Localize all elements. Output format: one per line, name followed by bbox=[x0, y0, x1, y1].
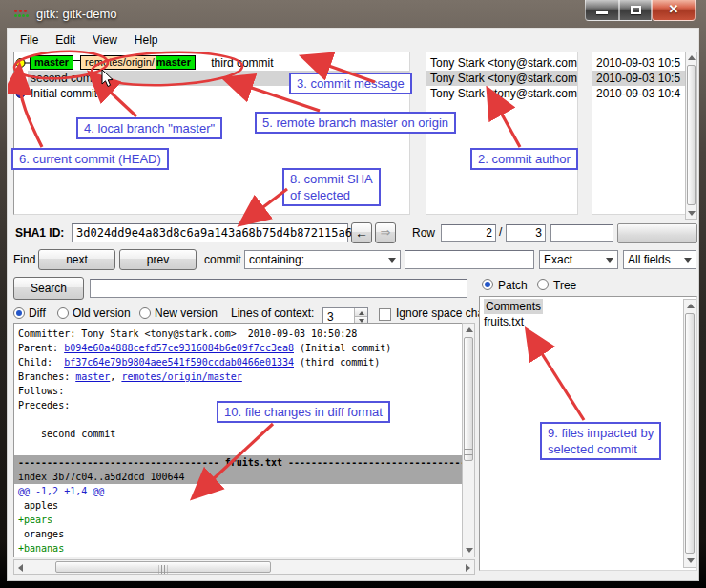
sha1-input[interactable]: 3d024dd9e4a83d8c6a9a143a68b75d4b872115a6 bbox=[72, 223, 348, 242]
history-back-button[interactable]: ← bbox=[351, 222, 372, 243]
commit-date-pane[interactable]: 2010-09-03 10:5 2010-09-03 10:5 2010-09-… bbox=[592, 52, 691, 215]
file-item-label: fruits.txt bbox=[484, 315, 524, 328]
diff-radio-label: Diff bbox=[29, 303, 46, 324]
commit-list-scrollbar[interactable] bbox=[685, 52, 697, 220]
commit-node-head bbox=[16, 59, 25, 68]
history-forward-button[interactable]: ⇒ bbox=[375, 222, 396, 243]
search-input[interactable] bbox=[90, 279, 467, 298]
title-bar[interactable]: gitk: gitk-demo ✕ bbox=[0, 0, 706, 29]
back-arrow-icon: ← bbox=[355, 225, 368, 241]
menu-help[interactable]: Help bbox=[126, 31, 167, 50]
annotation-local-branch: 4. local branch "master" bbox=[76, 117, 222, 139]
field-scope-dropdown[interactable]: All fields bbox=[623, 250, 696, 269]
search-button[interactable]: Search bbox=[13, 277, 84, 300]
ignore-space-label: Ignore space cha bbox=[396, 303, 484, 324]
maximize-button[interactable] bbox=[619, 0, 652, 21]
menu-view[interactable]: View bbox=[84, 31, 126, 50]
branch-label-master[interactable]: master bbox=[30, 55, 73, 70]
author-row-3[interactable]: Tony Stark <tony@stark.com> bbox=[426, 86, 577, 101]
parent-suffix: (Initial commit) bbox=[294, 343, 391, 353]
author-row-1[interactable]: Tony Stark <tony@stark.com> bbox=[426, 55, 577, 71]
branch-master-link[interactable]: master bbox=[75, 371, 110, 382]
scroll-down-icon[interactable] bbox=[686, 208, 696, 219]
scroll-up-icon[interactable] bbox=[685, 301, 696, 311]
separator-filename: fruits.txt bbox=[219, 457, 288, 468]
diff-added-line: +pears bbox=[14, 513, 474, 527]
match-type-dropdown[interactable]: Exact bbox=[539, 250, 618, 269]
new-version-radio[interactable] bbox=[139, 307, 151, 319]
close-button[interactable]: ✕ bbox=[652, 0, 696, 21]
sha1-label: SHA1 ID: bbox=[15, 222, 64, 243]
date-row-1[interactable]: 2010-09-03 10:5 bbox=[592, 55, 690, 71]
annotation-current-commit: 6. current commit (HEAD) bbox=[11, 148, 169, 170]
menu-edit[interactable]: Edit bbox=[47, 31, 84, 50]
diff-added-line: +bananas bbox=[14, 541, 474, 556]
branch-remote-link[interactable]: remotes/origin/master bbox=[121, 371, 241, 382]
patch-radio[interactable] bbox=[482, 279, 493, 290]
scroll-down-icon[interactable] bbox=[685, 556, 696, 566]
forward-arrow-icon: ⇒ bbox=[381, 225, 391, 240]
scroll-left-icon[interactable] bbox=[15, 562, 26, 573]
row-total-field: 3 bbox=[506, 224, 546, 242]
minimize-button[interactable] bbox=[585, 0, 619, 21]
file-list-item-fruits[interactable]: fruits.txt bbox=[484, 314, 693, 329]
diff-scrollbar-vertical[interactable] bbox=[462, 323, 475, 557]
scroll-up-icon[interactable] bbox=[686, 52, 696, 63]
commit-row-1[interactable]: masterremotes/origin/master third commit bbox=[30, 55, 409, 71]
child-sha-link[interactable]: bf37c64e79b9804aee541f590ccdab0466e01334 bbox=[64, 357, 294, 368]
remote-branch-name: master bbox=[156, 56, 195, 69]
scroll-down-icon[interactable] bbox=[464, 545, 474, 556]
diff-view-pane[interactable]: Committer: Tony Stark <tony@stark.com> 2… bbox=[13, 323, 475, 557]
find-prev-button[interactable]: prev bbox=[119, 249, 197, 270]
author-text: Tony Stark <tony@stark.com> bbox=[430, 56, 578, 70]
separator-dashes: ---------------------------------- bbox=[288, 457, 474, 468]
find-next-button[interactable]: next bbox=[38, 249, 115, 270]
diff-follows-line: Follows: bbox=[14, 384, 474, 398]
diff-parent-line: Parent: b094e60a4888cefd57ce9316084b6e09… bbox=[14, 341, 474, 355]
find-type-value: containing: bbox=[249, 253, 304, 266]
scrollbar-thumb[interactable] bbox=[464, 337, 473, 461]
diff-scrollbar-horizontal[interactable] bbox=[13, 559, 475, 575]
date-row-3[interactable]: 2010-09-03 10:4 bbox=[592, 86, 690, 101]
scrollbar-thumb[interactable] bbox=[685, 313, 695, 554]
file-list-item-comments[interactable]: Comments bbox=[484, 299, 693, 314]
old-version-label: Old version bbox=[73, 303, 131, 324]
date-text: 2010-09-03 10:5 bbox=[596, 72, 680, 85]
scroll-up-icon[interactable] bbox=[464, 325, 474, 335]
file-list-scrollbar[interactable] bbox=[683, 299, 696, 568]
menu-file[interactable]: File bbox=[11, 31, 47, 50]
field-scope-value: All fields bbox=[628, 253, 671, 266]
find-input[interactable] bbox=[405, 250, 534, 269]
find-type-dropdown[interactable]: containing: bbox=[244, 250, 401, 269]
annotation-commit-author: 2. commit author bbox=[470, 148, 578, 170]
window-controls: ✕ bbox=[585, 0, 696, 21]
chevron-down-icon bbox=[388, 258, 396, 266]
parent-sha-link[interactable]: b094e60a4888cefd57ce9316084b6e09f7cc3ea8 bbox=[64, 343, 294, 353]
date-row-2[interactable]: 2010-09-03 10:5 bbox=[592, 71, 690, 86]
diff-branches-line: Branches: master, remotes/origin/master bbox=[14, 369, 474, 384]
scroll-right-icon[interactable] bbox=[463, 562, 473, 573]
maximize-icon bbox=[631, 6, 641, 14]
remote-branch-label[interactable]: remotes/origin/master bbox=[80, 55, 196, 70]
diff-radio[interactable] bbox=[13, 307, 25, 319]
author-row-2[interactable]: Tony Stark <tony@stark.com> bbox=[426, 71, 577, 86]
commit-label: commit bbox=[204, 249, 241, 270]
commit-subject: third commit bbox=[211, 56, 273, 70]
tree-radio[interactable] bbox=[537, 279, 549, 290]
progress-bar bbox=[617, 223, 697, 243]
lines-of-context-label: Lines of context: bbox=[231, 303, 314, 324]
annotation-file-changes: 10. file changes in diff format bbox=[217, 401, 390, 423]
annotation-commit-message: 3. commit message bbox=[289, 73, 412, 94]
diff-blank-line bbox=[14, 441, 474, 455]
scrollbar-thumb[interactable] bbox=[55, 561, 271, 573]
status-field bbox=[550, 224, 613, 242]
find-label: Find bbox=[13, 249, 35, 270]
scrollbar-thumb[interactable] bbox=[687, 65, 696, 205]
close-icon: ✕ bbox=[653, 2, 695, 16]
author-text: Tony Stark <tony@stark.com> bbox=[430, 72, 578, 85]
ignore-space-checkbox[interactable] bbox=[379, 308, 391, 321]
match-type-value: Exact bbox=[544, 253, 572, 266]
chevron-down-icon bbox=[684, 258, 692, 266]
branches-prefix: Branches: bbox=[18, 371, 75, 382]
old-version-radio[interactable] bbox=[57, 307, 69, 319]
